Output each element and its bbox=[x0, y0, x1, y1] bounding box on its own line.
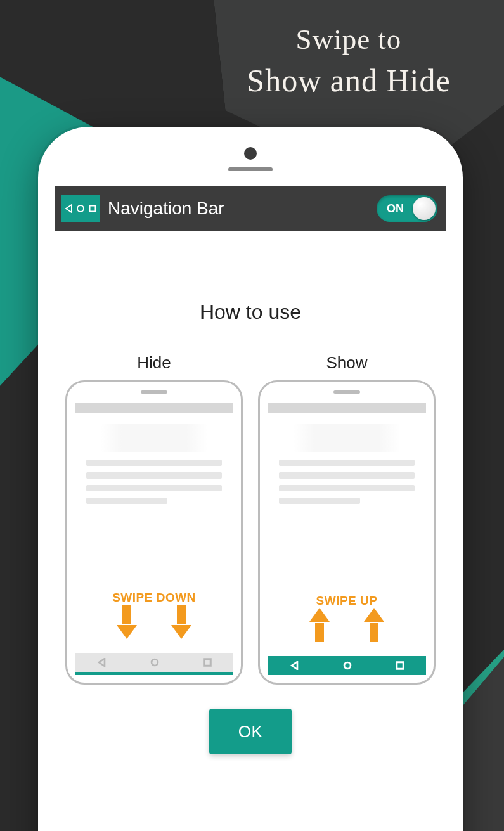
content: How to use Hide bbox=[55, 231, 446, 754]
howto-column-hide: Hide S bbox=[65, 353, 243, 685]
hero-line-1: Swipe to bbox=[209, 23, 488, 56]
screen: Navigation Bar ON How to use Hide bbox=[55, 186, 446, 831]
svg-point-2 bbox=[152, 659, 158, 666]
speaker-icon bbox=[228, 167, 273, 171]
svg-point-4 bbox=[344, 662, 351, 669]
toggle-label: ON bbox=[387, 202, 404, 216]
app-bar: Navigation Bar ON bbox=[55, 186, 446, 231]
svg-rect-5 bbox=[397, 662, 404, 669]
nav-buttons-icon[interactable] bbox=[61, 195, 100, 222]
swipe-up-label: SWIPE UP bbox=[268, 594, 426, 608]
howto-columns: Hide S bbox=[61, 353, 440, 685]
navbar-shown-icon bbox=[268, 656, 426, 675]
toggle-knob-icon bbox=[413, 197, 436, 220]
camera-icon bbox=[244, 147, 257, 160]
enable-toggle[interactable]: ON bbox=[377, 195, 437, 222]
navbar-hidden-icon bbox=[75, 653, 233, 672]
svg-rect-3 bbox=[204, 659, 211, 666]
svg-point-0 bbox=[77, 205, 84, 212]
phone-mockup: Navigation Bar ON How to use Hide bbox=[38, 127, 463, 831]
hero-text: Swipe to Show and Hide bbox=[209, 23, 488, 99]
howto-title: How to use bbox=[61, 300, 440, 324]
howto-column-show: Show S bbox=[258, 353, 436, 685]
mini-phone-show: SWIPE UP bbox=[258, 380, 436, 685]
swipe-down-label: SWIPE DOWN bbox=[75, 591, 233, 605]
column-label: Show bbox=[258, 353, 436, 373]
ok-button[interactable]: OK bbox=[209, 709, 292, 754]
arrows-up-icon bbox=[268, 608, 426, 642]
mini-phone-hide: SWIPE DOWN bbox=[65, 380, 243, 685]
svg-rect-1 bbox=[90, 206, 96, 212]
arrows-down-icon bbox=[75, 605, 233, 639]
app-title: Navigation Bar bbox=[108, 198, 377, 219]
hero-line-2: Show and Hide bbox=[209, 62, 488, 99]
column-label: Hide bbox=[65, 353, 243, 373]
